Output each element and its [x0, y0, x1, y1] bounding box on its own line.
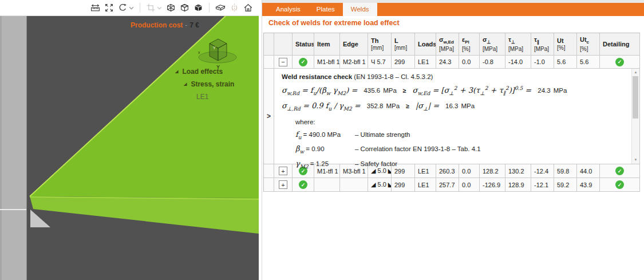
table-cell: -14.0: [505, 56, 531, 69]
production-cost: Production cost-7 €: [131, 21, 199, 29]
table-cell: 128.9: [505, 178, 531, 192]
weld-resistance-detail: Weld resistance check (EN 1993-1-8 – Cl.…: [274, 69, 640, 164]
table-cell: 257.7: [436, 178, 459, 192]
col-header-tau-perp: τ⊥[MPa]: [505, 33, 531, 56]
table-cell: LE1: [415, 178, 436, 192]
table-cell: -126.9: [480, 178, 505, 192]
table-cell: −: [274, 56, 293, 69]
3d-viewport[interactable]: Y Y x Production cost-7 € ◢ Load effects…: [0, 16, 259, 280]
tree-item-stress-strain[interactable]: ◢ Stress, strain: [184, 78, 234, 90]
fit-view-icon[interactable]: [104, 2, 114, 14]
table-cell: 5.6: [577, 56, 600, 69]
col-header-status: Status: [293, 33, 314, 56]
scroll-down-icon[interactable]: ▼: [632, 156, 639, 163]
nav-cube-axis-x-label: x: [198, 50, 200, 54]
chevron-down-icon: [129, 6, 134, 10]
tab-plates[interactable]: Plates: [309, 3, 343, 16]
3d-pane: Y Y x Production cost-7 € ◢ Load effects…: [0, 0, 259, 280]
table-cell: M2-bfl 1: [340, 56, 368, 69]
nav-cube-face-label: Y: [213, 46, 216, 50]
status-ok-icon: ✓: [299, 180, 307, 189]
tree-item-label: Load effects: [182, 68, 223, 76]
table-cell: 0.0: [459, 178, 480, 192]
mirror-icon[interactable]: [230, 2, 239, 14]
table-cell: -12.1: [531, 178, 554, 192]
production-cost-separator: -: [183, 21, 189, 29]
rotate-view-icon[interactable]: [118, 2, 134, 14]
col-header-ut: Ut[%]: [554, 33, 577, 56]
tree-expander-icon[interactable]: ◢: [184, 82, 187, 86]
scrollbar-thumb[interactable]: [633, 76, 638, 119]
expand-row-button[interactable]: +: [279, 167, 287, 175]
status-ok-icon: ✓: [299, 58, 307, 66]
solid-cube-icon[interactable]: [193, 2, 203, 14]
col-header-th: Th[mm]: [368, 33, 392, 56]
detail-row-chevron[interactable]: >: [264, 69, 274, 164]
detailing-ok-icon: ✓: [615, 58, 624, 66]
tree-expander-icon[interactable]: ◢: [175, 69, 178, 74]
table-cell: 24.3: [436, 56, 459, 69]
table-cell: [264, 178, 274, 192]
table-cell: 5.6: [554, 56, 577, 69]
table-cell: ✓: [600, 178, 640, 192]
table-cell: ✓: [293, 178, 314, 192]
toolbar-separator: [140, 3, 140, 13]
col-header-blank2: [274, 33, 293, 56]
viewport-toolbar: [0, 0, 259, 16]
scroll-up-icon[interactable]: ▲: [632, 69, 639, 76]
table-cell: [314, 178, 340, 192]
tab-welds[interactable]: Welds: [343, 3, 377, 16]
table-cell: 0.0: [459, 56, 480, 69]
col-header-l: L[mm]: [392, 33, 415, 56]
shaded-cube-icon[interactable]: [180, 2, 189, 14]
table-cell: M1-bfl 1: [314, 56, 340, 69]
table-cell: 43.9: [577, 178, 600, 192]
table-cell: ✓: [600, 56, 640, 69]
col-header-eps-pl: εPl[%]: [459, 33, 480, 56]
table-cell: 299: [392, 56, 415, 69]
tab-analysis[interactable]: Analysis: [268, 3, 309, 16]
col-header-loads: Loads: [415, 33, 436, 56]
measure-icon[interactable]: [90, 2, 100, 14]
chevron-down-icon: [157, 6, 162, 10]
collapse-row-button[interactable]: −: [279, 58, 287, 66]
col-header-sigma-wed: σw,Ed[MPa]: [436, 33, 459, 56]
col-header-detailing: Detailing: [600, 33, 640, 56]
col-header-edge: Edge: [340, 33, 368, 56]
table-cell: Ч 5.7: [368, 56, 392, 69]
gray-column-member[interactable]: [0, 16, 26, 280]
table-cell: -1.0: [531, 56, 554, 69]
formula-sigma-perp: σ⊥,Rd = 0.9 fu / γM2 = 352.8MPa ≥ |σ⊥| =…: [282, 101, 639, 112]
detailing-ok-icon: ✓: [615, 180, 624, 189]
table-cell: [264, 56, 274, 69]
table-cell: 299: [392, 178, 415, 192]
production-cost-label: Production cost: [131, 21, 183, 29]
results-tabbar: Analysis Plates Welds: [262, 3, 644, 16]
results-tree: ◢ Load effects ◢ Stress, strain LE1: [175, 65, 234, 103]
tree-item-load-effects[interactable]: ◢ Load effects: [175, 65, 234, 78]
tree-item-le1[interactable]: LE1: [196, 90, 234, 103]
where-label: where:: [295, 119, 639, 125]
param-beta-w: βw= 0.90 – Correlation factor EN 1993-1-…: [295, 144, 639, 155]
detail-heading: Weld resistance check (EN 1993-1-8 – Cl.…: [282, 73, 639, 80]
tree-item-label: Stress, strain: [191, 80, 234, 88]
col-header-item: Item: [314, 33, 340, 56]
table-cell: -0.8: [480, 56, 505, 69]
table-cell: [340, 178, 368, 192]
detail-scrollbar[interactable]: ▲ ▼: [631, 69, 639, 164]
home-view-icon[interactable]: [243, 2, 253, 14]
table-cell: +: [274, 164, 293, 178]
table-cell: LE1: [415, 56, 436, 69]
clip-solid-icon[interactable]: [215, 2, 226, 14]
col-header-utc: Utc[%]: [577, 33, 600, 56]
table-cell: ◢ 5.0 ◣: [368, 178, 392, 192]
weld-check-table: Status Item Edge Th[mm] L[mm] Loads σw,E…: [263, 33, 640, 192]
wireframe-cube-icon[interactable]: [166, 2, 176, 14]
col-header-tau-par: τ∥[MPa]: [531, 33, 554, 56]
expand-row-button[interactable]: +: [279, 180, 287, 189]
table-cell: 59.2: [554, 178, 577, 192]
production-cost-value: 7 €: [189, 21, 199, 29]
tree-item-label: LE1: [196, 93, 208, 101]
formula-sigma-w: σw,Rd = fu/(βw γM2) = 435.6MPa ≥ σw,Ed =…: [282, 85, 639, 96]
section-cut-icon[interactable]: [146, 2, 162, 14]
